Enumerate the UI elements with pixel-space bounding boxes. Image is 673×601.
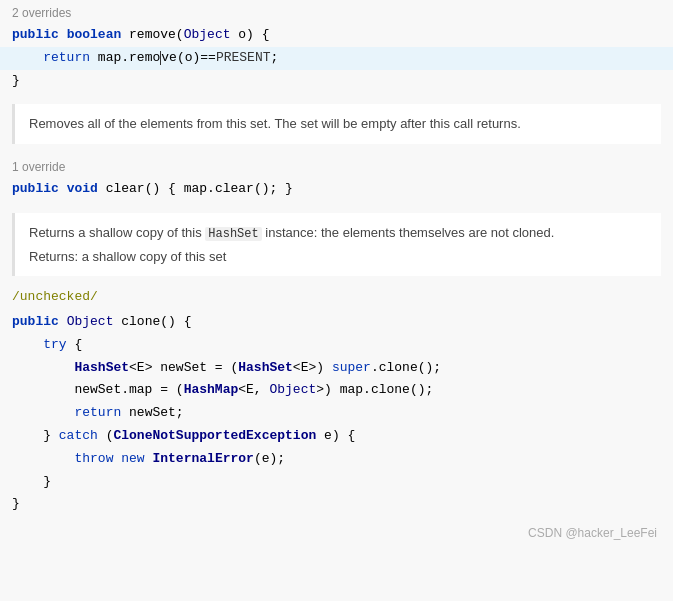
- description-text-2b: Returns: a shallow copy of this set: [29, 247, 647, 267]
- code-line-highlighted: return map.remove(o)==PRESENT;: [0, 47, 673, 70]
- code-line: public Object clone() {: [0, 311, 673, 334]
- code-block-clone: public Object clone() { try { HashSet<E>…: [0, 309, 673, 518]
- annotation-unchecked: /unchecked/: [0, 286, 673, 309]
- description-text-1: Removes all of the elements from this se…: [29, 116, 521, 131]
- description-text-2a: Returns a shallow copy of this HashSet i…: [29, 223, 647, 243]
- code-line: HashSet<E> newSet = (HashSet<E>) super.c…: [0, 357, 673, 380]
- watermark: CSDN @hacker_LeeFei: [0, 518, 673, 548]
- overrides-label-1: 2 overrides: [0, 0, 673, 22]
- code-line: try {: [0, 334, 673, 357]
- code-line: }: [0, 70, 673, 93]
- code-line: newSet.map = (HashMap<E, Object>) map.cl…: [0, 379, 673, 402]
- description-clear: Removes all of the elements from this se…: [12, 104, 661, 144]
- code-line: return newSet;: [0, 402, 673, 425]
- code-line: } catch (CloneNotSupportedException e) {: [0, 425, 673, 448]
- code-line: public boolean remove(Object o) {: [0, 24, 673, 47]
- overrides-label-2: 1 override: [0, 154, 673, 176]
- code-line: }: [0, 471, 673, 494]
- main-container: 2 overrides public boolean remove(Object…: [0, 0, 673, 548]
- code-block-remove: public boolean remove(Object o) { return…: [0, 22, 673, 94]
- code-block-clear: public void clear() { map.clear(); }: [0, 176, 673, 203]
- section-clone: /unchecked/ public Object clone() { try …: [0, 286, 673, 518]
- code-line: public void clear() { map.clear(); }: [0, 178, 673, 201]
- section-remove: 2 overrides public boolean remove(Object…: [0, 0, 673, 94]
- description-clone: Returns a shallow copy of this HashSet i…: [12, 213, 661, 277]
- code-line: }: [0, 493, 673, 516]
- code-line-throw: throw new InternalError(e);: [0, 448, 673, 471]
- section-clear: 1 override public void clear() { map.cle…: [0, 154, 673, 203]
